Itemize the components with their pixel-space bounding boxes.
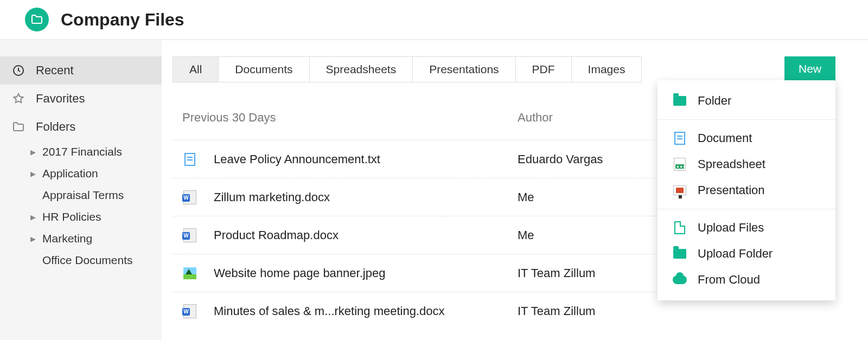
menu-separator — [658, 119, 835, 120]
file-name: Website home page banner.jpeg — [214, 266, 518, 280]
folder-label: Office Documents — [42, 254, 133, 267]
new-button[interactable]: New — [784, 56, 835, 81]
text-file-icon — [182, 152, 197, 167]
folder-item-hr-policies[interactable]: ▶ HR Policies — [0, 206, 162, 228]
filter-tabs: All Documents Spreadsheets Presentations… — [173, 56, 642, 82]
menu-new-presentation[interactable]: Presentation — [658, 177, 835, 203]
chevron-right-icon: ▶ — [30, 235, 39, 243]
header: Company Files — [0, 0, 868, 40]
folder-fill-icon — [673, 94, 687, 108]
tab-images[interactable]: Images — [572, 57, 642, 82]
word-file-icon — [182, 190, 197, 205]
tab-pdf[interactable]: PDF — [516, 57, 572, 82]
tab-documents[interactable]: Documents — [219, 57, 309, 82]
sidebar-item-recent[interactable]: Recent — [0, 56, 162, 85]
folder-fill-icon — [673, 247, 687, 261]
folder-tree: ▶ 2017 Financials ▶ Application ▶ Apprai… — [0, 141, 162, 271]
star-icon — [11, 91, 26, 106]
menu-new-document[interactable]: Document — [658, 125, 835, 151]
chevron-right-icon: ▶ — [30, 213, 39, 221]
folder-item-2017-financials[interactable]: ▶ 2017 Financials — [0, 141, 162, 163]
folder-item-appraisal-terms[interactable]: ▶ Appraisal Terms — [0, 184, 162, 206]
menu-label: Folder — [698, 94, 731, 108]
page-title: Company Files — [61, 10, 184, 30]
tab-all[interactable]: All — [173, 57, 219, 82]
menu-label: Presentation — [698, 183, 765, 197]
word-file-icon — [182, 304, 197, 319]
sidebar: Recent Favorites Folders ▶ 2017 Financia… — [0, 40, 162, 340]
folder-label: Application — [42, 167, 98, 180]
sidebar-item-label: Recent — [36, 63, 74, 78]
menu-label: Upload Files — [698, 221, 764, 235]
sidebar-item-folders[interactable]: Folders — [0, 113, 162, 141]
tab-presentations[interactable]: Presentations — [413, 57, 515, 82]
folder-label: 2017 Financials — [42, 145, 122, 158]
file-name: Leave Policy Announcement.txt — [214, 152, 518, 166]
main: All Documents Spreadsheets Presentations… — [162, 40, 868, 340]
folder-label: Marketing — [42, 232, 92, 245]
upload-file-icon — [673, 221, 687, 235]
sidebar-item-label: Folders — [36, 120, 75, 134]
sidebar-item-favorites[interactable]: Favorites — [0, 85, 162, 113]
folder-icon — [11, 119, 26, 134]
chevron-right-icon: ▶ — [30, 170, 39, 178]
menu-upload-folder[interactable]: Upload Folder — [658, 241, 835, 267]
image-file-icon — [182, 266, 197, 281]
tab-spreadsheets[interactable]: Spreadsheets — [310, 57, 413, 82]
menu-separator — [658, 209, 835, 209]
menu-label: Upload Folder — [698, 247, 773, 261]
chevron-right-icon: ▶ — [30, 148, 39, 156]
presentation-icon — [673, 183, 687, 197]
section-heading: Previous 30 Days — [173, 111, 518, 125]
folder-item-marketing[interactable]: ▶ Marketing — [0, 228, 162, 249]
menu-label: Document — [698, 131, 752, 145]
app-folder-icon — [25, 8, 49, 31]
cloud-icon — [673, 273, 687, 287]
folder-item-application[interactable]: ▶ Application — [0, 163, 162, 184]
folder-item-office-documents[interactable]: ▶ Office Documents — [0, 249, 162, 271]
folder-label: HR Policies — [42, 210, 101, 223]
document-icon — [673, 131, 687, 145]
spreadsheet-icon — [673, 157, 687, 171]
file-name: Product Roadmap.docx — [214, 228, 518, 242]
menu-label: Spreadsheet — [698, 157, 765, 171]
menu-label: From Cloud — [698, 273, 760, 287]
sidebar-item-label: Favorites — [36, 92, 85, 106]
folder-label: Appraisal Terms — [42, 189, 124, 202]
filter-bar: All Documents Spreadsheets Presentations… — [173, 56, 835, 82]
file-name: Zillum marketing.docx — [214, 190, 518, 204]
menu-from-cloud[interactable]: From Cloud — [658, 267, 835, 293]
word-file-icon — [182, 228, 197, 243]
menu-upload-files[interactable]: Upload Files — [658, 215, 835, 241]
file-author: IT Team Zillum — [518, 304, 835, 318]
file-name: Minutes of sales & m...rketing meeting.d… — [214, 304, 518, 318]
menu-new-spreadsheet[interactable]: Spreadsheet — [658, 151, 835, 177]
new-dropdown-menu: Folder Document Spreadsheet Presentation… — [658, 80, 835, 300]
clock-icon — [11, 63, 26, 78]
menu-new-folder[interactable]: Folder — [658, 88, 835, 114]
